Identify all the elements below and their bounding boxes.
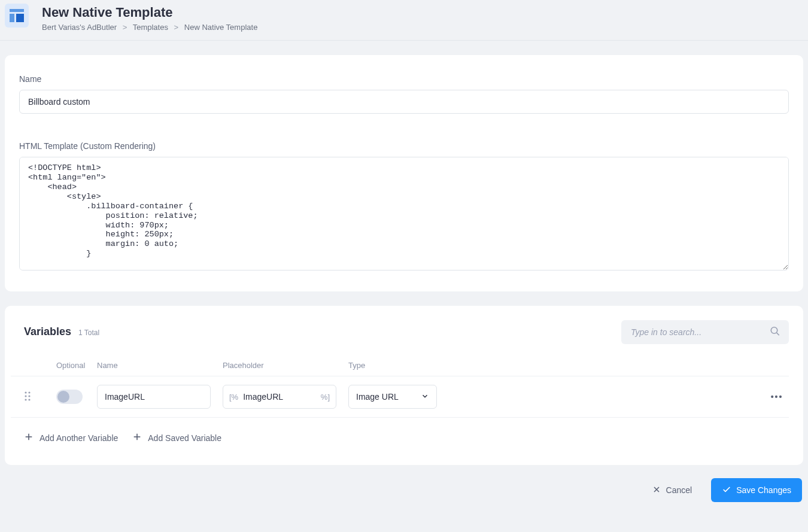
placeholder-suffix: %] [321, 393, 330, 402]
svg-point-9 [25, 399, 26, 400]
close-icon [652, 485, 661, 496]
variable-type-select[interactable]: Image URL [348, 385, 437, 409]
template-icon [5, 4, 29, 28]
add-saved-variable-button[interactable]: Add Saved Variable [132, 432, 221, 443]
template-form-card: Name HTML Template (Custom Rendering) [5, 55, 803, 291]
svg-point-3 [771, 327, 777, 334]
add-saved-label: Add Saved Variable [148, 433, 221, 443]
variable-type-value: Image URL [356, 392, 399, 402]
page-header: New Native Template Bert Varias's AdButl… [0, 0, 808, 41]
svg-point-5 [25, 391, 26, 393]
variables-count: 1 Total [78, 329, 99, 337]
svg-rect-2 [16, 14, 24, 22]
variable-placeholder-input[interactable] [243, 392, 316, 402]
svg-rect-0 [10, 9, 24, 12]
variables-card: Variables 1 Total Optional Name Placehol… [5, 306, 803, 465]
variables-title: Variables [24, 326, 71, 338]
search-icon [770, 326, 780, 339]
check-icon [722, 485, 731, 496]
breadcrumb-root[interactable]: Bert Varias's AdButler [42, 23, 117, 32]
breadcrumb-current: New Native Template [184, 23, 258, 32]
footer-actions: Cancel Save Changes [0, 465, 808, 502]
optional-toggle[interactable] [56, 390, 83, 404]
breadcrumb-section[interactable]: Templates [133, 23, 168, 32]
page-title: New Native Template [42, 5, 257, 20]
svg-point-7 [25, 395, 26, 397]
col-type: Type [348, 361, 438, 370]
placeholder-prefix: [% [229, 393, 238, 402]
cancel-button[interactable]: Cancel [641, 478, 703, 502]
svg-rect-1 [10, 14, 14, 22]
variables-search-input[interactable] [621, 320, 789, 344]
col-placeholder: Placeholder [223, 361, 348, 370]
svg-point-6 [28, 391, 30, 393]
breadcrumb: Bert Varias's AdButler > Templates > New… [42, 23, 257, 32]
html-template-label: HTML Template (Custom Rendering) [19, 141, 789, 151]
variable-name-input[interactable] [97, 385, 211, 409]
col-name: Name [97, 361, 223, 370]
variable-placeholder-input-wrap: [% %] [223, 385, 336, 409]
name-input[interactable] [19, 90, 789, 114]
col-optional: Optional [56, 361, 97, 370]
variable-row: [% %] Image URL ••• [11, 376, 789, 418]
svg-point-8 [28, 395, 30, 397]
chevron-down-icon [421, 392, 429, 402]
add-another-label: Add Another Variable [40, 433, 118, 443]
plus-icon [24, 432, 34, 443]
svg-line-4 [777, 333, 779, 335]
add-another-variable-button[interactable]: Add Another Variable [24, 432, 118, 443]
drag-handle-icon[interactable] [24, 391, 56, 403]
save-changes-button[interactable]: Save Changes [711, 478, 802, 502]
row-more-actions[interactable]: ••• [765, 392, 789, 402]
variables-table-header: Optional Name Placeholder Type [11, 355, 789, 376]
svg-point-10 [28, 399, 30, 400]
plus-icon [132, 432, 142, 443]
html-template-textarea[interactable] [19, 157, 789, 270]
name-label: Name [19, 74, 789, 84]
